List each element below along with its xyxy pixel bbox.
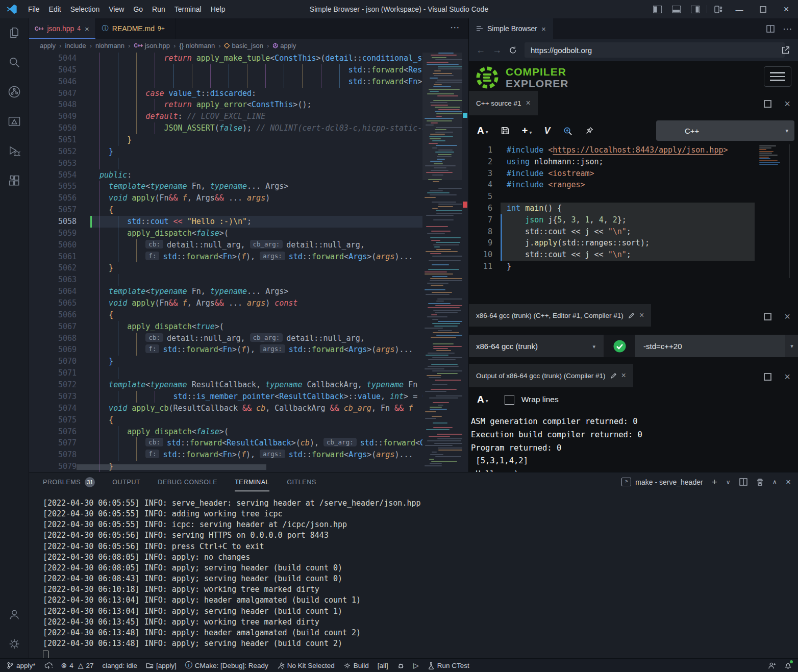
terminal-instance[interactable]: > make - serve_header [621, 478, 703, 486]
code-line[interactable]: 5066{ [29, 309, 422, 321]
ce-source-editor[interactable]: 1#include <https://localhost:8443/apply/… [469, 144, 755, 278]
breadcrumb-item-file[interactable]: C++json.hpp [134, 42, 170, 49]
tab-output[interactable]: OUTPUT [112, 472, 140, 491]
maximize-pane-icon[interactable] [763, 372, 772, 381]
code-line[interactable]: 5048return apply_error<ConstThis>(); [29, 99, 422, 111]
ctest-item[interactable]: Run CTest [428, 662, 469, 669]
ce-code-line[interactable]: 4#include <ranges> [469, 179, 755, 191]
code-line[interactable]: 5047case value_t::discarded: [29, 88, 422, 99]
back-icon[interactable]: ← [476, 45, 485, 56]
ce-code-line[interactable]: 2using nlohmann::json; [469, 156, 755, 168]
output-pane-tab[interactable]: Output of x86-64 gcc (trunk) (Compiler #… [469, 364, 633, 387]
source-control-icon[interactable] [7, 85, 21, 99]
code-line[interactable]: 5049default: // LCOV_EXCL_LINE [29, 111, 422, 122]
minimize-button[interactable]: — [728, 0, 751, 18]
code-line[interactable]: 5077cb:std::forward<ResultCallback>(cb),… [29, 437, 422, 449]
toggle-sidebar-icon[interactable] [653, 6, 662, 13]
rename-icon[interactable] [628, 312, 635, 319]
code-line[interactable]: 5053 [29, 158, 422, 169]
code-line[interactable]: 5069f:std::forward<Fn>(f), args:std::for… [29, 344, 422, 356]
ce-scrollbar[interactable] [789, 144, 790, 278]
code-line[interactable]: 5072template<typename ResultCallback, ty… [29, 379, 422, 391]
code-line[interactable]: 5061f:std::forward<Fn>(f), args:std::for… [29, 251, 422, 263]
code-line[interactable]: 5068cb:detail::null_arg, cb_arg:detail::… [29, 333, 422, 344]
ce-code-line[interactable]: 8 std::cout << j << "\n"; [469, 226, 755, 238]
code-line[interactable]: 5076apply_dispatch<false>( [29, 426, 422, 438]
tab-debug-console[interactable]: DEBUG CONSOLE [158, 472, 217, 491]
code-line[interactable]: 5044return apply_make_tuple<ConstThis>(d… [29, 53, 422, 64]
breadcrumb-item-method[interactable]: apply [272, 42, 296, 49]
editor-more-actions-icon[interactable]: ⋯ [450, 21, 460, 33]
account-icon[interactable] [7, 607, 21, 621]
ce-code-line[interactable]: 10 std::cout << j << "\n"; [469, 249, 755, 261]
code-line[interactable]: 5054public: [29, 169, 422, 181]
ce-code-line[interactable]: 3#include <iostream> [469, 168, 755, 180]
maximize-pane-icon[interactable] [763, 99, 772, 108]
code-line[interactable]: 5059apply_dispatch<false>( [29, 228, 422, 239]
reload-icon[interactable] [509, 46, 517, 55]
split-editor-icon[interactable] [766, 25, 775, 33]
tab-problems[interactable]: PROBLEMS31 [43, 472, 95, 491]
ce-code-line[interactable]: 11} [469, 261, 755, 272]
tab-terminal[interactable]: TERMINAL [235, 472, 269, 491]
compiler-select[interactable]: x86-64 gcc (trunk) ▾ [469, 342, 604, 351]
close-tab-icon[interactable]: × [85, 24, 89, 33]
toggle-secondary-sidebar-icon[interactable] [691, 6, 700, 13]
breadcrumb-item-class[interactable]: basic_json [224, 42, 263, 49]
code-line[interactable]: 5078f:std::forward<Fn>(f), args:std::for… [29, 449, 422, 461]
code-line[interactable]: 5050JSON_ASSERT(false); // NOLINT(cert-d… [29, 122, 422, 134]
live-preview-icon[interactable] [7, 114, 21, 129]
publish-item[interactable] [44, 662, 53, 669]
terminal-dropdown-icon[interactable]: ∨ [726, 479, 731, 486]
maximize-pane-icon[interactable] [763, 312, 772, 321]
menu-run[interactable]: Run [147, 0, 170, 18]
notifications-bell-icon[interactable] [784, 661, 792, 669]
code-line[interactable]: 5057{ [29, 204, 422, 216]
code-line[interactable]: 5056void apply(Fn&& f, Args&& ... args) [29, 192, 422, 204]
breadcrumb-item[interactable]: apply [40, 42, 56, 49]
forward-icon[interactable]: → [492, 45, 502, 56]
menu-help[interactable]: Help [206, 0, 230, 18]
rename-icon[interactable] [610, 372, 617, 379]
code-line[interactable]: 5052} [29, 146, 422, 158]
close-icon[interactable]: × [639, 311, 644, 320]
source-pane-tab[interactable]: C++ source #1 × [469, 91, 538, 115]
horizontal-scrollbar[interactable] [77, 464, 266, 470]
code-line[interactable]: 5071 [29, 367, 422, 379]
code-line[interactable]: 5065void apply(Fn&& f, Args&& ... args) … [29, 297, 422, 309]
menu-terminal[interactable]: Terminal [170, 0, 206, 18]
save-icon[interactable] [501, 126, 510, 135]
code-line[interactable]: 5062} [29, 262, 422, 274]
feedback-icon[interactable] [768, 662, 776, 669]
split-terminal-icon[interactable] [739, 478, 747, 486]
toggle-panel-icon[interactable] [672, 6, 681, 13]
breadcrumb-item[interactable]: nlohmann [95, 42, 124, 49]
breadcrumb-item[interactable]: include [65, 42, 86, 49]
search-icon[interactable] [7, 55, 21, 69]
settings-gear-icon[interactable] [7, 637, 21, 651]
close-icon[interactable]: × [621, 371, 626, 380]
close-icon[interactable]: × [526, 98, 531, 108]
font-size-icon[interactable]: A▾ [477, 394, 488, 405]
code-line[interactable]: 5064template<typename Fn, typename... Ar… [29, 286, 422, 297]
breadcrumb-item-namespace[interactable]: {}nlohmann [179, 42, 215, 49]
code-line[interactable]: 5074void apply_cb(ResultCallback && cb, … [29, 403, 422, 414]
code-line[interactable]: 5070} [29, 356, 422, 367]
code-line[interactable]: 5058std::cout << "Hello :-)\n"; [29, 216, 422, 228]
explorer-icon[interactable] [7, 26, 21, 40]
code-line[interactable]: 5075{ [29, 414, 422, 426]
maximize-panel-icon[interactable]: ∧ [772, 478, 778, 486]
problems-item[interactable]: ⊗4 △27 [61, 661, 94, 669]
add-pane-icon[interactable]: +▾ [522, 125, 532, 137]
kill-terminal-icon[interactable] [756, 478, 764, 486]
close-panel-icon[interactable]: × [786, 477, 791, 487]
vim-mode-icon[interactable]: V [544, 126, 550, 136]
font-size-icon[interactable]: A▾ [477, 125, 488, 136]
tab-gitlens[interactable]: GITLENS [287, 472, 316, 491]
code-line[interactable]: 5051} [29, 134, 422, 146]
git-branch-item[interactable]: apply* [6, 661, 36, 669]
code-line[interactable]: 5073std::is_member_pointer<ResultCallbac… [29, 391, 422, 403]
menu-selection[interactable]: Selection [66, 0, 105, 18]
ce-code-line[interactable]: 5 [469, 191, 755, 203]
compiler-explorer-logo[interactable]: COMPILER EXPLORER [474, 64, 569, 91]
